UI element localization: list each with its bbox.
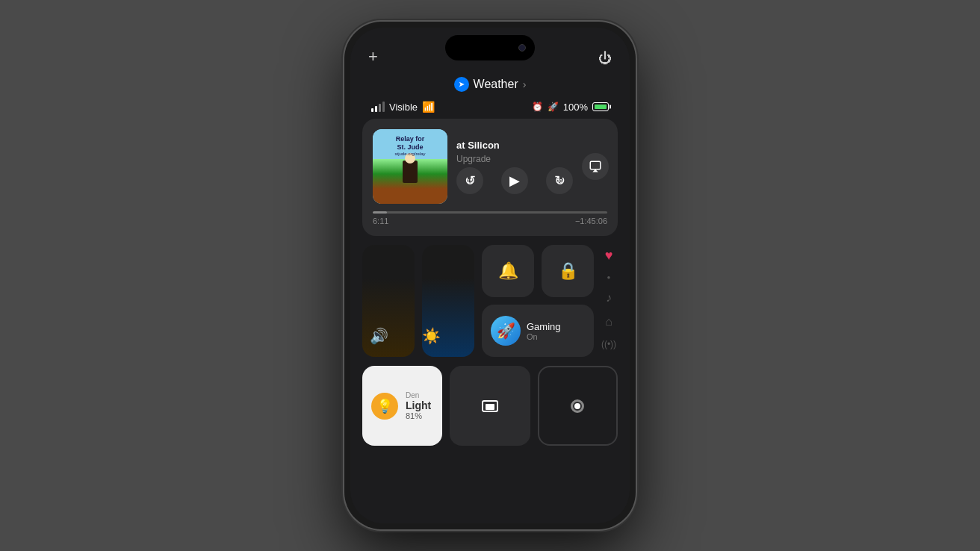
heart-icon: ♥ [605, 248, 613, 264]
control-center-area: 🔔 🔒 🚀 Gaming On [362, 245, 618, 357]
phone-frame: + ⏻ ➤ Weather › Visible [344, 22, 636, 529]
right-side-strip: ♥ ● ♪ ⌂ ((•)) [600, 245, 618, 349]
podcast-artwork: Relay for St. Jude stjude.org/relay [373, 129, 447, 204]
dynamic-island [445, 35, 535, 60]
skip-back-button[interactable]: ↺ 15 [456, 167, 483, 194]
screen: + ⏻ ➤ Weather › Visible [350, 28, 630, 523]
airplay-button[interactable] [582, 153, 609, 180]
sun-icon: ☀️ [422, 327, 441, 345]
bottom-row: 💡 Den Light 81% [362, 366, 618, 446]
home-icon: ⌂ [605, 315, 612, 329]
progress-bar[interactable] [373, 211, 607, 214]
home-light-icon: 💡 [371, 393, 398, 420]
weather-chevron-icon: › [523, 78, 527, 90]
time-row: 6:11 −1:45:06 [373, 217, 607, 225]
status-bar: Visible 📶 ⏰ 🚀 100% [350, 98, 630, 119]
camera-dot [518, 44, 526, 52]
location-icon: ➤ [454, 77, 469, 92]
podcast-top: Relay for St. Jude stjude.org/relay at S… [373, 129, 607, 204]
home-text: Den Light 81% [406, 391, 431, 420]
gaming-icon: 🚀 [491, 316, 521, 346]
home-room: Den [406, 391, 431, 399]
gaming-text: Gaming On [527, 321, 561, 341]
carrier-name: Visible [389, 102, 418, 113]
antenna-icon: ((•)) [601, 339, 616, 349]
home-light-widget[interactable]: 💡 Den Light 81% [362, 366, 442, 446]
podcast-card[interactable]: Relay for St. Jude stjude.org/relay at S… [362, 119, 618, 236]
power-button[interactable]: ⏻ [598, 51, 612, 66]
gaming-status: On [527, 332, 561, 341]
status-left: Visible 📶 [371, 101, 435, 113]
signal-bar-3 [379, 104, 381, 112]
skip-back-label: 15 [467, 178, 473, 183]
top-bar: + ⏻ [350, 28, 630, 72]
svg-rect-1 [486, 404, 494, 410]
screen-record-button[interactable] [538, 366, 618, 446]
weather-bar[interactable]: ➤ Weather › [350, 72, 630, 98]
content-area: Relay for St. Jude stjude.org/relay at S… [350, 119, 630, 523]
progress-fill [373, 211, 387, 214]
screen-mirror-button[interactable] [450, 366, 530, 446]
weather-label: Weather [474, 78, 518, 91]
time-elapsed: 6:11 [373, 217, 388, 225]
battery-pct: 100% [563, 102, 588, 113]
home-pct: 81% [406, 411, 431, 420]
artwork-url: stjude.org/relay [394, 152, 425, 156]
podcast-title: at Silicon [456, 140, 573, 151]
status-right: ⏰ 🚀 100% [532, 102, 609, 113]
signal-bar-1 [371, 108, 373, 112]
play-button[interactable]: ▶ [501, 167, 528, 194]
signal-bar-4 [382, 102, 385, 112]
battery-icon [592, 102, 609, 111]
focus-bell-button[interactable]: 🔔 [482, 245, 534, 297]
volume-icon: 🔊 [370, 327, 388, 345]
podcast-controls: ↺ 15 ▶ ↻ 30 [456, 167, 573, 194]
alarm-icon: ⏰ [532, 102, 543, 112]
skip-forward-label: 30 [556, 178, 562, 183]
home-device: Light [406, 399, 431, 411]
rotation-lock-button[interactable]: 🔒 [542, 245, 594, 297]
artwork-title-line1: Relay for [396, 135, 425, 143]
music-note-icon: ♪ [606, 291, 612, 305]
signal-bar-2 [375, 106, 377, 112]
add-button[interactable]: + [368, 47, 378, 66]
artwork-title-line2: St. Jude [397, 143, 423, 152]
rocket-icon: 🚀 [548, 102, 559, 112]
podcast-info: at Silicon Upgrade ↺ 15 ▶ ↻ 30 [456, 140, 573, 194]
wifi-icon: 📶 [422, 101, 435, 113]
skip-forward-button[interactable]: ↻ 30 [546, 167, 573, 194]
gaming-mode-button[interactable]: 🚀 Gaming On [482, 305, 594, 357]
gaming-label: Gaming [527, 321, 561, 332]
podcast-subtitle: Upgrade [456, 154, 573, 164]
progress-row: 6:11 −1:45:06 [373, 211, 607, 225]
time-remaining: −1:45:06 [575, 217, 607, 225]
signal-icon [371, 102, 385, 112]
